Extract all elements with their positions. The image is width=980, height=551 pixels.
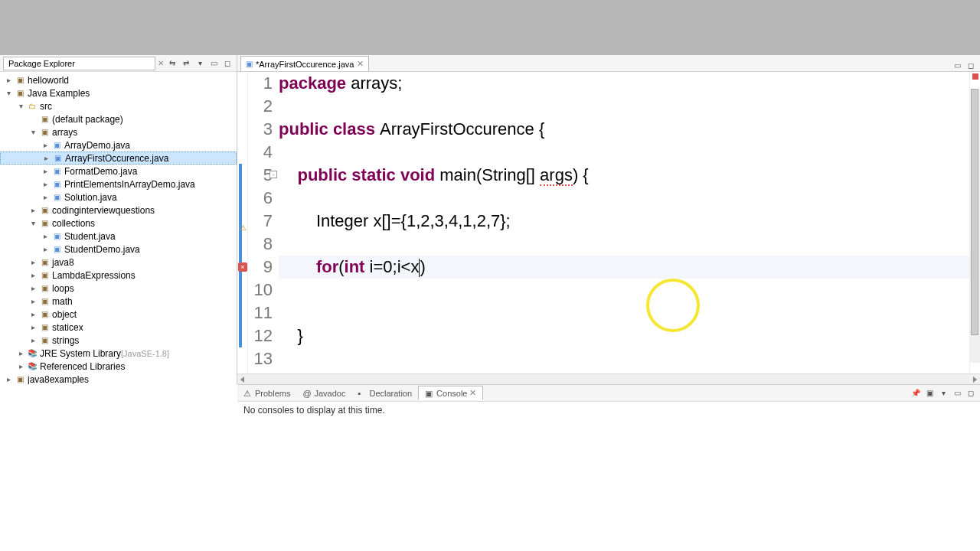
error-overview-marker[interactable] bbox=[972, 73, 978, 80]
tree-item-staticex[interactable]: ▸▣staticex bbox=[0, 321, 237, 334]
tree-item-helloworld[interactable]: ▸▣helloworld bbox=[0, 73, 237, 86]
code-line-9[interactable]: for(int i=0;i<x) bbox=[279, 256, 969, 279]
view-menu-icon[interactable]: ▾ bbox=[194, 57, 206, 70]
pkg-icon: ▣ bbox=[38, 296, 51, 307]
expand-toggle[interactable]: ▸ bbox=[40, 232, 51, 240]
close-view-icon[interactable]: ✕ bbox=[155, 59, 166, 67]
expand-toggle[interactable]: ▾ bbox=[15, 102, 26, 110]
expand-toggle[interactable]: ▸ bbox=[40, 167, 51, 175]
tree-item-java8[interactable]: ▸▣java8 bbox=[0, 256, 237, 269]
tree-item-lambdaexpressions[interactable]: ▸▣LambdaExpressions bbox=[0, 269, 237, 282]
expand-toggle[interactable]: ▸ bbox=[28, 336, 38, 344]
expand-toggle[interactable]: ▸ bbox=[40, 141, 51, 149]
tree-item-jre-system-library[interactable]: ▸📚JRE System Library [JavaSE-1.8] bbox=[0, 347, 237, 360]
tab-declaration[interactable]: ▪Declaration bbox=[351, 387, 418, 399]
expand-toggle[interactable]: ▸ bbox=[40, 245, 51, 253]
tree-item-formatdemo-java[interactable]: ▸▣FormatDemo.java bbox=[0, 165, 237, 178]
tree-item-arrayfirstoccurence-java[interactable]: ▸▣ArrayFirstOccurence.java bbox=[0, 152, 237, 165]
tree-item-object[interactable]: ▸▣object bbox=[0, 308, 237, 321]
display-console-icon[interactable]: ▣ bbox=[923, 387, 936, 399]
tree-item-collections[interactable]: ▾▣collections bbox=[0, 217, 237, 230]
tree-label: FormatDemo.java bbox=[64, 166, 137, 177]
code-editor[interactable]: ⚠× 12345678910111213 package arrays;publ… bbox=[237, 72, 980, 373]
declaration-icon: ▪ bbox=[358, 389, 367, 398]
tree-item-java-examples[interactable]: ▾▣Java Examples bbox=[0, 86, 237, 99]
tab-console[interactable]: ▣Console ✕ bbox=[418, 386, 483, 400]
expand-toggle[interactable]: ▾ bbox=[28, 219, 38, 227]
maximize-console-icon[interactable]: ◻ bbox=[965, 387, 977, 399]
tree-item-arrays[interactable]: ▾▣arrays bbox=[0, 126, 237, 139]
tree-item-student-java[interactable]: ▸▣Student.java bbox=[0, 230, 237, 243]
code-line-12[interactable]: } bbox=[279, 324, 969, 347]
code-line-11[interactable] bbox=[279, 302, 969, 324]
expand-toggle[interactable]: ▾ bbox=[3, 89, 14, 97]
vertical-scrollbar[interactable] bbox=[969, 89, 980, 363]
code-line-4[interactable] bbox=[279, 141, 969, 164]
tree-item-src[interactable]: ▾🗀src bbox=[0, 99, 237, 112]
code-line-2[interactable] bbox=[279, 95, 969, 118]
minimize-view-icon[interactable]: ▭ bbox=[207, 57, 220, 70]
tree-item-referenced-libraries[interactable]: ▸📚Referenced Libraries bbox=[0, 360, 237, 373]
expand-toggle[interactable]: ▸ bbox=[28, 284, 38, 292]
minimize-console-icon[interactable]: ▭ bbox=[951, 387, 963, 399]
tree-item--default-package-[interactable]: ▣(default package) bbox=[0, 112, 237, 126]
expand-toggle[interactable]: ▸ bbox=[28, 206, 38, 214]
expand-toggle[interactable]: ▸ bbox=[3, 375, 14, 383]
tree-label: collections bbox=[52, 218, 95, 229]
project-tree[interactable]: ▸▣helloworld▾▣Java Examples▾🗀src▣(defaul… bbox=[0, 72, 237, 384]
code-line-7[interactable]: Integer x[]={1,2,3,4,1,2,7}; bbox=[279, 210, 969, 233]
lib-icon: 📚 bbox=[26, 361, 38, 372]
expand-toggle[interactable]: ▸ bbox=[28, 271, 38, 279]
tree-item-arraydemo-java[interactable]: ▸▣ArrayDemo.java bbox=[0, 139, 237, 152]
code-line-1[interactable]: package arrays; bbox=[279, 72, 969, 95]
tree-item-studentdemo-java[interactable]: ▸▣StudentDemo.java bbox=[0, 243, 237, 256]
tab-javadoc[interactable]: @Javadoc bbox=[296, 387, 351, 399]
expand-toggle[interactable]: ▸ bbox=[28, 323, 38, 331]
code-line-8[interactable] bbox=[279, 233, 969, 256]
code-line-5[interactable]: public static void main(String[] args) {… bbox=[279, 164, 969, 187]
fold-toggle[interactable]: - bbox=[270, 171, 277, 178]
expand-toggle[interactable]: ▸ bbox=[28, 297, 38, 305]
tree-item-solution-java[interactable]: ▸▣Solution.java bbox=[0, 191, 237, 204]
code-line-13[interactable] bbox=[279, 347, 969, 370]
expand-toggle[interactable]: ▸ bbox=[40, 193, 51, 201]
pin-console-icon[interactable]: 📌 bbox=[910, 387, 922, 399]
tree-label: Java Examples bbox=[28, 88, 90, 99]
code-area[interactable]: package arrays;public class ArrayFirstOc… bbox=[279, 72, 969, 373]
tree-item-codinginterviewquestions[interactable]: ▸▣codinginterviewquestions bbox=[0, 204, 237, 217]
editor-tab-active[interactable]: ▣ *ArrayFirstOccurence.java ✕ bbox=[240, 56, 369, 71]
open-console-icon[interactable]: ▾ bbox=[937, 387, 949, 399]
tree-label: src bbox=[40, 101, 52, 112]
tree-item-strings[interactable]: ▸▣strings bbox=[0, 334, 237, 347]
java-icon: ▣ bbox=[51, 166, 63, 177]
javadoc-icon: @ bbox=[302, 389, 312, 398]
expand-toggle[interactable]: ▸ bbox=[28, 258, 38, 266]
link-editor-icon[interactable]: ⇄ bbox=[180, 57, 192, 70]
maximize-editor-icon[interactable]: ◻ bbox=[965, 59, 977, 71]
close-tab-icon[interactable]: ✕ bbox=[357, 59, 364, 69]
expand-toggle[interactable]: ▸ bbox=[40, 180, 51, 188]
tree-item-loops[interactable]: ▸▣loops bbox=[0, 282, 237, 295]
tab-problems[interactable]: ⚠Problems bbox=[237, 387, 296, 399]
expand-toggle[interactable]: ▸ bbox=[41, 154, 51, 162]
minimize-editor-icon[interactable]: ▭ bbox=[951, 59, 963, 71]
maximize-view-icon[interactable]: ◻ bbox=[221, 57, 234, 70]
horizontal-scrollbar[interactable] bbox=[237, 373, 980, 384]
code-line-3[interactable]: public class ArrayFirstOccurence { bbox=[279, 118, 969, 141]
expand-toggle[interactable]: ▸ bbox=[15, 349, 26, 357]
close-tab-icon[interactable]: ✕ bbox=[469, 388, 476, 398]
expand-toggle[interactable]: ▾ bbox=[28, 128, 38, 136]
expand-toggle[interactable]: ▸ bbox=[3, 76, 14, 84]
titlebar-area bbox=[0, 0, 980, 55]
code-line-10[interactable] bbox=[279, 279, 969, 302]
tree-item-java8examples[interactable]: ▸▣java8examples bbox=[0, 373, 237, 384]
pkg-icon: ▣ bbox=[38, 270, 51, 281]
tree-item-printelementsinarraydemo-java[interactable]: ▸▣PrintElementsInArrayDemo.java bbox=[0, 178, 237, 191]
code-line-6[interactable] bbox=[279, 187, 969, 210]
warning-marker[interactable]: ⚠ bbox=[238, 217, 247, 226]
error-marker[interactable]: × bbox=[238, 262, 247, 272]
expand-toggle[interactable]: ▸ bbox=[28, 310, 38, 318]
collapse-all-icon[interactable]: ⇆ bbox=[166, 57, 178, 70]
tree-item-math[interactable]: ▸▣math bbox=[0, 295, 237, 308]
expand-toggle[interactable]: ▸ bbox=[15, 362, 26, 370]
